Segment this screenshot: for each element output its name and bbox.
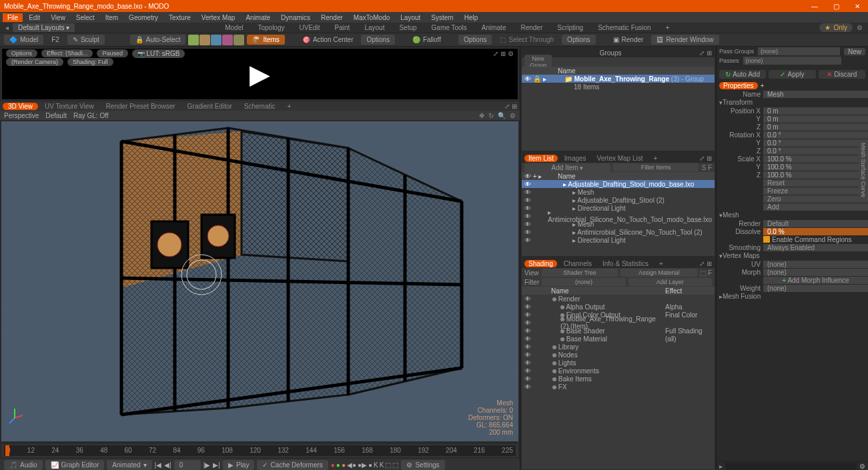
tab-info[interactable]: Info & Statistics	[598, 260, 653, 267]
item-row[interactable]: 👁▸ Adjustable_Drafting_Stool (2)	[522, 196, 715, 204]
posz-field[interactable]: 0 m	[763, 123, 868, 131]
frame-field[interactable]: 0	[174, 460, 201, 470]
item-row[interactable]: 👁▸ Antimicrobial_Silicone_No_Touch_Tool …	[522, 228, 715, 236]
assign-material-button[interactable]: Assign Material	[620, 269, 697, 277]
layout-tab-animate[interactable]: Animate	[475, 23, 513, 32]
sclx-field[interactable]: 100.0 %	[763, 155, 868, 163]
close-button[interactable]: ✕	[851, 3, 864, 10]
viewport-gear-icon[interactable]: ⚙	[510, 112, 516, 119]
graph-editor-button[interactable]: 📈 Graph Editor	[45, 460, 105, 470]
group-row[interactable]: 👁 🔒 ▸ 📁 Mobile_Axe_Throwing_Range (3) - …	[522, 75, 715, 83]
settings-button[interactable]: ⚙ Settings	[401, 460, 444, 470]
transform-section[interactable]: Transform	[723, 99, 753, 106]
discard-button[interactable]: ✕Discard	[819, 70, 865, 79]
next-icon[interactable]: |▶	[203, 461, 211, 469]
scly-field[interactable]: 100.0 %	[763, 163, 868, 171]
layout-tab-gametools[interactable]: Game Tools	[425, 23, 474, 32]
tab-uvtexture[interactable]: UV Texture View	[39, 103, 99, 110]
render-preview[interactable]: Options Effect: (Shadi... Paused 📷 LUT: …	[1, 48, 518, 100]
menu-texture[interactable]: Texture	[164, 13, 195, 22]
add-layer-dropdown[interactable]: Add Layer	[628, 278, 712, 286]
render-effect[interactable]: Effect: (Shadi...	[41, 49, 93, 57]
raygl-toggle[interactable]: Ray GL: Off	[73, 112, 109, 119]
tab-renderpreset[interactable]: Render Preset Browser	[101, 103, 181, 110]
shading-row[interactable]: 👁 Environments	[522, 367, 715, 375]
play-icon[interactable]: ▶	[250, 59, 270, 89]
layout-tab-setup[interactable]: Setup	[392, 23, 423, 32]
render-lut[interactable]: 📷 LUT: sRGB	[132, 49, 185, 58]
shading-row[interactable]: 👁 Nodes	[522, 351, 715, 359]
render-window-button[interactable]: 🖼 Render Window	[651, 35, 719, 45]
itemlist-expand-icon[interactable]: ⤢ ⊞	[699, 155, 712, 162]
timeline[interactable]: 0122436486072849610812013214415616818019…	[1, 444, 518, 457]
posy-field[interactable]: 0 m	[763, 115, 868, 123]
options-button-2[interactable]: Options	[458, 35, 492, 45]
menu-view[interactable]: View	[46, 13, 70, 22]
items-button[interactable]: 📦 Items	[247, 35, 284, 45]
menu-vertexmap[interactable]: Vertex Map	[197, 13, 240, 22]
add-layout-tab[interactable]: +	[659, 23, 677, 32]
options-button-1[interactable]: Options	[361, 35, 394, 45]
layout-tab-uvedit[interactable]: UVEdit	[292, 23, 326, 32]
reset-dropdown[interactable]: Reset	[763, 179, 868, 187]
item-row[interactable]: 👁▸ Antimicrobial_Silicone_No_Touch_Tool_…	[522, 212, 715, 220]
groups-expand-icon[interactable]: ⤢ ⊞	[699, 49, 712, 57]
select-mode-icons[interactable]	[188, 35, 244, 45]
add-props-tab[interactable]: +	[761, 82, 765, 89]
menu-maxtomodo[interactable]: MaxToModo	[349, 13, 394, 22]
dissolve-field[interactable]: 0.0 %	[763, 228, 868, 235]
mode-button[interactable]: 🔷 Model	[4, 35, 43, 45]
render-camera[interactable]: (Render Camera)	[6, 58, 63, 66]
autoadd-button[interactable]: ↻Auto Add	[719, 70, 766, 79]
weight-dropdown[interactable]: (none)	[763, 285, 868, 292]
add-item-dropdown[interactable]: Add Item ▾	[524, 163, 610, 172]
menu-animate[interactable]: Animate	[241, 13, 275, 22]
posx-field[interactable]: 0 m	[763, 107, 868, 115]
key-icons[interactable]: ●●● ◀●●▶●KK⬚⬚	[331, 461, 399, 469]
animated-dropdown[interactable]: Animated ▾	[107, 460, 151, 470]
filter-items-input[interactable]: Filter Items	[613, 163, 699, 171]
layout-tab-schematic[interactable]: Schematic Fusion	[591, 23, 657, 32]
default-dropdown[interactable]: Default	[45, 112, 67, 119]
add-dropdown[interactable]: Add	[763, 203, 868, 211]
render-options[interactable]: Options	[6, 49, 37, 57]
tab-itemlist[interactable]: Item List	[524, 155, 558, 162]
shading-row[interactable]: 👁 Lights	[522, 359, 715, 367]
shader-tree-dropdown[interactable]: Shader Tree	[542, 269, 618, 277]
play-button[interactable]: ▶ Play	[223, 460, 254, 470]
shading-row[interactable]: 👁 Base Material(all)	[522, 335, 715, 343]
shading-row[interactable]: 👁 Alpha OutputAlpha	[522, 303, 715, 311]
tab-schematic[interactable]: Schematic	[239, 103, 281, 110]
rotz-field[interactable]: 0.0 °	[763, 147, 868, 155]
gear-icon[interactable]: ⚙	[857, 24, 863, 31]
tab-channels[interactable]: Channels	[560, 260, 596, 267]
menu-layout[interactable]: Layout	[396, 13, 425, 22]
new-pass-button[interactable]: New	[844, 48, 865, 55]
menu-help[interactable]: Help	[460, 13, 483, 22]
tab-gradient[interactable]: Gradient Editor	[182, 103, 238, 110]
side-vertical-tabs[interactable]: Mesh Surface Curve	[859, 140, 868, 200]
menu-select[interactable]: Select	[71, 13, 99, 22]
item-row[interactable]: 👁▸ Directional Light	[522, 236, 715, 244]
layout-tab-layout[interactable]: Layout	[358, 23, 391, 32]
menu-item[interactable]: Item	[101, 13, 123, 22]
rotate-icon[interactable]: ↻	[488, 112, 494, 119]
smoothing-dropdown[interactable]: Always Enabled	[763, 244, 868, 251]
meshfusion-section[interactable]: Mesh Fusion	[723, 293, 761, 300]
shading-row[interactable]: 👁 Library	[522, 343, 715, 351]
vmaps-section[interactable]: Vertex Maps	[723, 252, 760, 259]
roty-field[interactable]: 0.0 °	[763, 139, 868, 147]
apply-button[interactable]: ✓Apply	[769, 70, 815, 79]
menu-render[interactable]: Render	[316, 13, 348, 22]
name-field[interactable]: Mesh	[763, 91, 868, 98]
tab-vertexmaplist[interactable]: Vertex Map List	[593, 155, 647, 162]
mesh-section[interactable]: Mesh	[723, 211, 739, 219]
shading-row[interactable]: 👁 Mobile_Axe_Throwing_Range (2) (Item)	[522, 319, 715, 327]
zero-dropdown[interactable]: Zero	[763, 195, 868, 203]
layout-tab-scripting[interactable]: Scripting	[550, 23, 590, 32]
shading-row[interactable]: 👁 Base ShaderFull Shading	[522, 327, 715, 335]
command-gear-icon[interactable]: ⚙	[859, 463, 865, 470]
options-button-3[interactable]: Options	[562, 35, 595, 45]
minimize-button[interactable]: —	[808, 3, 821, 10]
add-shading-tab[interactable]: +	[655, 260, 667, 267]
